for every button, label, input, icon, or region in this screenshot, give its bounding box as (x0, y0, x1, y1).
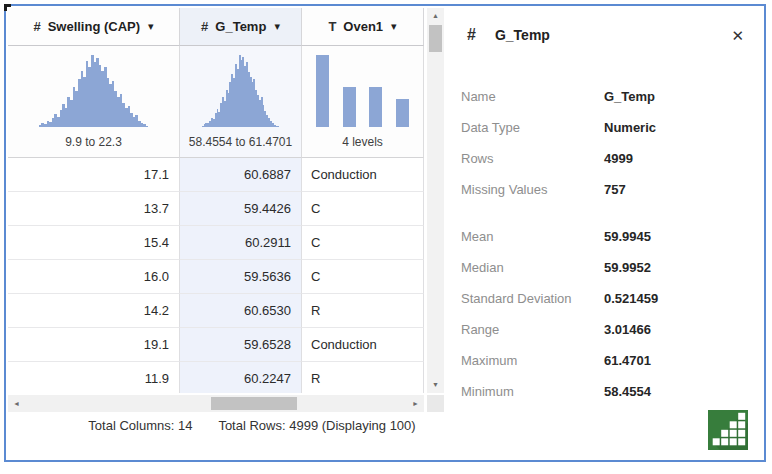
grid-cell: C (302, 260, 424, 294)
field-row: NameG_Temp (461, 81, 748, 112)
grid-cell: 11.9 (8, 362, 180, 393)
grid-cell: 60.2911 (180, 226, 302, 260)
panel-title: G_Temp (495, 27, 550, 43)
data-grid-pane: # Swelling (CAP) ▾ # G_Temp ▾ T Oven1 ▾ … (6, 6, 446, 460)
column-range-label: 58.4554 to 61.4701 (180, 135, 301, 149)
field-label: Missing Values (461, 182, 604, 197)
column-levels-label: 4 levels (302, 135, 423, 149)
vertical-scroll-thumb[interactable] (429, 25, 442, 52)
vertical-scrollbar[interactable]: ▲ ▼ (427, 8, 444, 393)
column-header-label: Oven1 (343, 19, 383, 34)
scroll-down-icon[interactable]: ▼ (427, 377, 444, 393)
oven1-summary-cell: 4 levels (302, 46, 424, 158)
column-header-swelling[interactable]: # Swelling (CAP) ▾ (8, 8, 180, 46)
chevron-down-icon[interactable]: ▾ (391, 20, 397, 33)
g-temp-histogram (202, 55, 279, 127)
panel-fields: NameG_Temp Data TypeNumeric Rows4999 Mis… (461, 81, 748, 407)
field-row: Data TypeNumeric (461, 112, 748, 143)
numeric-type-icon: # (467, 26, 476, 44)
horizontal-scroll-thumb[interactable] (211, 397, 297, 410)
field-label: Data Type (461, 120, 604, 135)
field-value: G_Temp (604, 89, 655, 104)
field-label: Mean (461, 229, 604, 244)
scroll-right-icon[interactable]: ► (407, 396, 424, 412)
grid-cell: C (302, 192, 424, 226)
field-value: 0.521459 (604, 291, 658, 306)
grid-cell: R (302, 362, 424, 393)
oven1-bar-chart (302, 55, 423, 127)
grid-cell: 13.7 (8, 192, 180, 226)
field-value: 3.01466 (604, 322, 651, 337)
swelling-summary-cell: 9.9 to 22.3 (8, 46, 180, 158)
field-row: Maximum61.4701 (461, 345, 748, 376)
grid-cell: Conduction (302, 158, 424, 192)
field-row: Rows4999 (461, 143, 748, 174)
total-rows-label: Total Rows: 4999 (Displaying 100) (218, 418, 415, 433)
field-value: 757 (604, 182, 626, 197)
grid-cell: 17.1 (8, 158, 180, 192)
field-label: Rows (461, 151, 604, 166)
total-columns-label: Total Columns: 14 (88, 418, 192, 433)
scrollbar-corner (427, 395, 444, 412)
grid-cell: 59.6528 (180, 328, 302, 362)
numeric-type-icon: # (201, 19, 208, 34)
grid-cell: 15.4 (8, 226, 180, 260)
field-row: Standard Deviation0.521459 (461, 283, 748, 314)
grid-footer: Total Columns: 14 Total Rows: 4999 (Disp… (6, 418, 446, 433)
grid-cell: 60.2247 (180, 362, 302, 393)
field-label: Name (461, 89, 604, 104)
scroll-left-icon[interactable]: ◄ (8, 396, 25, 412)
field-value: Numeric (604, 120, 656, 135)
grid-cell: C (302, 226, 424, 260)
grid-cell: 16.0 (8, 260, 180, 294)
field-value: 59.9952 (604, 260, 651, 275)
data-grid: # Swelling (CAP) ▾ # G_Temp ▾ T Oven1 ▾ … (8, 8, 424, 393)
text-type-icon: T (328, 19, 336, 34)
column-details-panel: # G_Temp ✕ NameG_Temp Data TypeNumeric R… (446, 6, 764, 460)
chevron-down-icon[interactable]: ▾ (274, 20, 280, 33)
field-row: Median59.9952 (461, 252, 748, 283)
histogram-blocks-icon[interactable] (708, 410, 748, 450)
grid-cell: 60.6887 (180, 158, 302, 192)
field-row: Mean59.9945 (461, 221, 748, 252)
field-value: 4999 (604, 151, 633, 166)
field-label: Minimum (461, 384, 604, 399)
grid-cell: 60.6530 (180, 294, 302, 328)
field-value: 59.9945 (604, 229, 651, 244)
field-value: 61.4701 (604, 353, 651, 368)
field-label: Standard Deviation (461, 291, 604, 306)
column-header-label: G_Temp (215, 19, 266, 34)
field-row: Missing Values757 (461, 174, 748, 205)
close-icon[interactable]: ✕ (727, 26, 748, 45)
grid-cell: Conduction (302, 328, 424, 362)
column-header-oven1[interactable]: T Oven1 ▾ (302, 8, 424, 46)
g-temp-summary-cell: 58.4554 to 61.4701 (180, 46, 302, 158)
horizontal-scrollbar[interactable]: ◄ ► (8, 395, 424, 412)
column-range-label: 9.9 to 22.3 (8, 135, 179, 149)
field-label: Maximum (461, 353, 604, 368)
field-value: 58.4554 (604, 384, 651, 399)
field-row: Range3.01466 (461, 314, 748, 345)
field-row: Minimum58.4554 (461, 376, 748, 407)
panel-header: # G_Temp ✕ (461, 23, 748, 47)
grid-cell: 14.2 (8, 294, 180, 328)
grid-cell: 59.4426 (180, 192, 302, 226)
chevron-down-icon[interactable]: ▾ (148, 20, 154, 33)
column-header-g-temp[interactable]: # G_Temp ▾ (180, 8, 302, 46)
data-preview-window: # Swelling (CAP) ▾ # G_Temp ▾ T Oven1 ▾ … (4, 4, 766, 462)
swelling-histogram (39, 55, 148, 127)
grid-cell: R (302, 294, 424, 328)
scroll-up-icon[interactable]: ▲ (427, 8, 444, 24)
grid-cell: 59.5636 (180, 260, 302, 294)
grid-cell: 19.1 (8, 328, 180, 362)
field-label: Median (461, 260, 604, 275)
numeric-type-icon: # (33, 19, 40, 34)
column-header-label: Swelling (CAP) (48, 19, 140, 34)
field-label: Range (461, 322, 604, 337)
